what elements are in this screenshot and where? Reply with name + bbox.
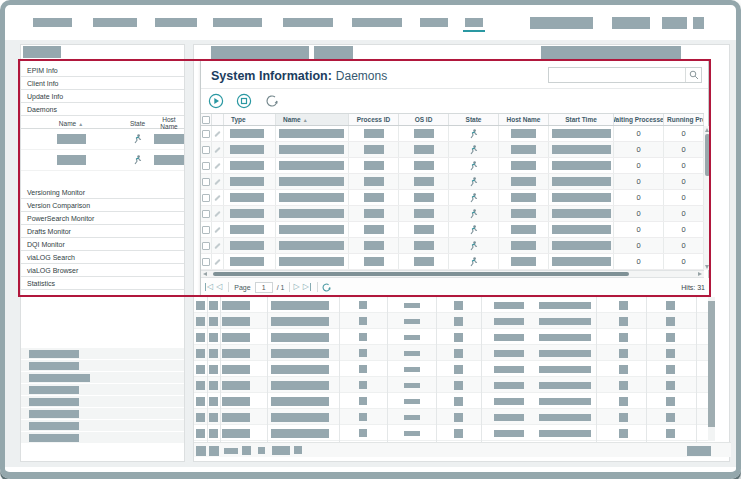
col-state[interactable]: State bbox=[449, 114, 499, 125]
col-running-processes[interactable]: Running Processes bbox=[664, 114, 704, 125]
col-start-time[interactable]: Start Time bbox=[549, 114, 614, 125]
daemon-table-row[interactable]: 0 0 bbox=[201, 142, 704, 158]
sidebar-menu-item[interactable]: Version Comparison bbox=[21, 199, 184, 212]
last-page-button[interactable]: ▷ bbox=[303, 283, 311, 291]
edit-icon[interactable] bbox=[214, 210, 220, 216]
horizontal-scrollbar[interactable] bbox=[201, 270, 704, 278]
sidebar-list-item[interactable] bbox=[21, 384, 184, 395]
row-checkbox[interactable] bbox=[202, 210, 210, 218]
bg-scrollbar-thumb[interactable] bbox=[708, 301, 715, 427]
scroll-left-arrow[interactable] bbox=[201, 271, 209, 277]
sidebar-menu-item[interactable]: DQI Monitor bbox=[21, 238, 184, 251]
row-checkbox[interactable] bbox=[202, 130, 210, 138]
daemon-mini-row[interactable] bbox=[21, 150, 184, 171]
search-button[interactable] bbox=[685, 68, 701, 82]
sidebar-list-item[interactable] bbox=[21, 372, 184, 383]
sidebar-menu-item[interactable]: viaLOG Search bbox=[21, 251, 184, 264]
nav-item-placeholder[interactable] bbox=[352, 18, 402, 27]
edit-icon[interactable] bbox=[214, 162, 220, 168]
nav-item-placeholder[interactable] bbox=[33, 18, 72, 27]
sidebar-menu-item[interactable]: Daemons bbox=[21, 103, 184, 116]
sidebar-menu-item[interactable]: viaLOG Browser bbox=[21, 264, 184, 277]
nav-item-placeholder[interactable] bbox=[93, 18, 137, 27]
select-all-checkbox[interactable] bbox=[202, 116, 210, 124]
previous-page-button[interactable]: ◁ bbox=[216, 283, 222, 291]
nav-item-placeholder[interactable] bbox=[283, 18, 333, 27]
row-checkbox[interactable] bbox=[202, 226, 210, 234]
search-input[interactable] bbox=[549, 68, 685, 82]
col-type[interactable]: Type bbox=[224, 114, 276, 125]
start-daemon-button[interactable] bbox=[208, 93, 224, 109]
row-checkbox[interactable] bbox=[202, 258, 210, 266]
sidebar-list-item[interactable] bbox=[21, 360, 184, 371]
sidebar-list-item[interactable] bbox=[21, 408, 184, 419]
sidebar-menu-item[interactable]: Versioning Monitor bbox=[21, 186, 184, 199]
scroll-down-arrow[interactable] bbox=[704, 263, 710, 270]
bg-footer-button-placeholder[interactable] bbox=[687, 446, 711, 456]
mini-col-name[interactable]: Name▲ bbox=[21, 120, 121, 127]
daemon-table-row[interactable]: 0 0 bbox=[201, 238, 704, 254]
bg-cell-placeholder bbox=[404, 431, 420, 436]
daemon-table-row[interactable]: 0 0 bbox=[201, 190, 704, 206]
daemon-table-row[interactable]: 0 0 bbox=[201, 158, 704, 174]
sidebar-list-item[interactable] bbox=[21, 420, 184, 431]
nav-action-placeholder[interactable] bbox=[662, 17, 687, 29]
scroll-up-arrow[interactable] bbox=[704, 126, 710, 133]
nav-action-placeholder[interactable] bbox=[530, 17, 593, 29]
daemon-table-row[interactable]: 0 0 bbox=[201, 222, 704, 238]
edit-icon[interactable] bbox=[214, 194, 220, 200]
sidebar-list-item[interactable] bbox=[21, 432, 184, 443]
daemon-table-row[interactable]: 0 0 bbox=[201, 174, 704, 190]
nav-item-placeholder[interactable] bbox=[213, 18, 262, 27]
edit-icon[interactable] bbox=[214, 130, 220, 136]
sidebar-menu-item[interactable]: Update Info bbox=[21, 90, 184, 103]
daemon-mini-row[interactable] bbox=[21, 129, 184, 150]
bg-cell-placeholder bbox=[404, 415, 420, 420]
scroll-right-arrow[interactable] bbox=[696, 271, 704, 277]
nav-item-placeholder[interactable] bbox=[155, 18, 197, 27]
next-page-button[interactable]: ▷ bbox=[293, 283, 299, 291]
sidebar-menu-item[interactable]: Client Info bbox=[21, 77, 184, 90]
refresh-button[interactable] bbox=[264, 93, 280, 109]
nav-action-placeholder[interactable] bbox=[612, 17, 650, 29]
sidebar-menu-item[interactable]: Statistics bbox=[21, 277, 184, 290]
col-os-id[interactable]: OS ID bbox=[399, 114, 449, 125]
row-checkbox[interactable] bbox=[202, 146, 210, 154]
sidebar-list-item[interactable] bbox=[21, 348, 184, 359]
stop-daemon-button[interactable] bbox=[236, 93, 252, 109]
daemon-table-row[interactable]: 0 0 bbox=[201, 254, 704, 270]
col-name[interactable]: Name▲ bbox=[276, 114, 349, 125]
sidebar-menu-item[interactable]: PowerSearch Monitor bbox=[21, 212, 184, 225]
sidebar-menu-item[interactable]: Drafts Monitor bbox=[21, 225, 184, 238]
daemon-table-row[interactable]: 0 0 bbox=[201, 126, 704, 142]
first-page-button[interactable]: ◁ bbox=[205, 283, 213, 291]
mini-col-state[interactable]: State bbox=[121, 120, 154, 127]
row-checkbox[interactable] bbox=[202, 178, 210, 186]
sidebar-list-item[interactable] bbox=[21, 396, 184, 407]
nav-item-active-placeholder[interactable] bbox=[465, 18, 483, 27]
scrollbar-thumb[interactable] bbox=[213, 272, 629, 276]
refresh-list-button[interactable] bbox=[321, 282, 332, 293]
edit-icon[interactable] bbox=[214, 258, 220, 264]
edit-icon[interactable] bbox=[214, 146, 220, 152]
row-checkbox[interactable] bbox=[202, 162, 210, 170]
sidebar-menu-item[interactable]: EPIM Info bbox=[21, 64, 184, 77]
nav-item-placeholder[interactable] bbox=[420, 18, 448, 27]
edit-icon[interactable] bbox=[214, 242, 220, 248]
vertical-scrollbar[interactable] bbox=[704, 126, 710, 270]
edit-icon[interactable] bbox=[214, 226, 220, 232]
bg-vertical-scrollbar[interactable] bbox=[708, 297, 715, 441]
row-checkbox[interactable] bbox=[202, 242, 210, 250]
col-waiting-processes[interactable]: Waiting Processes bbox=[614, 114, 664, 125]
bg-cell-placeholder bbox=[359, 429, 367, 437]
page-number-input[interactable] bbox=[255, 282, 273, 293]
col-process-id[interactable]: Process ID bbox=[349, 114, 399, 125]
type-placeholder bbox=[230, 129, 264, 138]
col-host-name[interactable]: Host Name bbox=[499, 114, 549, 125]
daemon-table-row[interactable]: 0 0 bbox=[201, 206, 704, 222]
row-checkbox[interactable] bbox=[202, 194, 210, 202]
nav-action-placeholder[interactable] bbox=[693, 17, 704, 29]
scrollbar-thumb[interactable] bbox=[705, 134, 710, 176]
mini-col-hostname[interactable]: Host Name bbox=[154, 116, 184, 130]
edit-icon[interactable] bbox=[214, 178, 220, 184]
